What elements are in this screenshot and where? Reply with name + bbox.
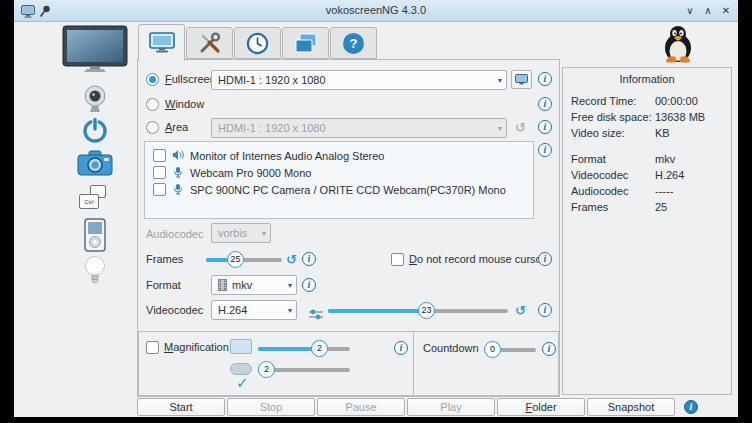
sidebar-webcam-icon [82, 85, 108, 117]
start-button[interactable]: Start [137, 398, 225, 416]
titlebar[interactable]: vokoscreenNG 4.3.0 ∨ ∧ ✕ [14, 0, 738, 22]
frames-info-label: Frames [571, 201, 608, 213]
audio-device-row[interactable]: Webcam Pro 9000 Mono [153, 164, 533, 181]
close-button[interactable]: ✕ [718, 2, 734, 19]
videocodec-label: Videocodec [146, 304, 203, 316]
record-time-value: 00:00:00 [655, 95, 698, 107]
microphone-icon [172, 183, 184, 197]
audio-info-icon[interactable]: i [538, 143, 552, 157]
screen: vokoscreenNG 4.3.0 ∨ ∧ ✕ [0, 0, 752, 423]
chevron-down-icon: ▾ [262, 229, 266, 238]
frames-reset-icon[interactable]: ↺ [286, 253, 297, 266]
countdown-info-icon[interactable]: i [542, 342, 556, 356]
sidebar-screen-icon [62, 25, 128, 77]
audiocodec-info-value: ----- [655, 185, 673, 197]
quality-adjust-icon [308, 306, 324, 324]
sidebar-power-icon [82, 117, 108, 147]
footer-info-icon[interactable]: i [684, 400, 698, 414]
slider-fill [258, 347, 319, 351]
play-button: Play [407, 398, 495, 416]
film-icon [218, 279, 227, 291]
countdown-handle[interactable]: 0 [484, 341, 501, 358]
window-label: Window [165, 98, 204, 110]
magnification-info-icon[interactable]: i [394, 341, 408, 355]
frames-info-value: 25 [655, 201, 667, 213]
area-radio[interactable] [146, 121, 159, 134]
screen-tab-panel: Fullscreen HDMI-1 : 1920 x 1080 ▾ i Wind… [137, 59, 560, 397]
slider-fill [328, 309, 426, 313]
frames-slider[interactable]: 25 [206, 251, 282, 268]
mouse-cursor-label: Do not record mouse cursor [409, 253, 545, 265]
magnification-size-handle[interactable]: 2 [258, 361, 275, 378]
record-time-label: Record Time: [571, 95, 636, 107]
mouse-cursor-checkbox[interactable] [391, 253, 404, 266]
videocodec-reset-icon[interactable]: ↺ [515, 304, 526, 317]
speaker-icon [172, 149, 184, 163]
audio-checkbox[interactable] [153, 149, 166, 162]
stop-button: Stop [227, 398, 315, 416]
tab-tools[interactable] [186, 27, 233, 59]
chevron-down-icon: ▾ [288, 281, 292, 290]
audio-checkbox[interactable] [153, 166, 166, 179]
videocodec-slider-handle[interactable]: 23 [418, 302, 435, 319]
magnification-label: Magnification [164, 341, 229, 353]
audio-device-label: Monitor of Internes Audio Analog Stereo [190, 150, 384, 162]
pause-button: Pause [317, 398, 405, 416]
snapshot-button[interactable]: Snapshot [587, 398, 675, 416]
audiocodec-info-label: Audiocodec [571, 185, 629, 197]
area-info-icon[interactable]: i [538, 120, 552, 134]
tab-timer[interactable] [234, 27, 281, 59]
identify-screen-button[interactable] [511, 70, 532, 89]
magnification-check-icon[interactable]: ✓ [236, 374, 249, 392]
magnification-zoom-handle[interactable]: 2 [311, 340, 328, 357]
window-info-icon[interactable]: i [538, 97, 552, 111]
magnification-checkbox[interactable] [146, 341, 159, 354]
maximize-button[interactable]: ∧ [700, 2, 716, 19]
magnification-size-slider[interactable]: 2 [258, 361, 350, 378]
frames-label: Frames [146, 253, 183, 265]
tab-screen[interactable] [138, 24, 185, 61]
video-size-label: Video size: [571, 127, 625, 139]
area-label: Area [165, 121, 188, 133]
countdown-label: Countdown [423, 342, 479, 354]
videocodec-slider[interactable]: 23 [328, 302, 508, 319]
sidebar-lightbulb-icon [83, 255, 107, 291]
magnification-preview [230, 339, 252, 354]
format-info-value: mkv [655, 153, 675, 165]
screen-select[interactable]: HDMI-1 : 1920 x 1080 ▾ [211, 70, 507, 90]
tux-logo [660, 25, 696, 67]
sidebar-camera-icon [77, 149, 113, 181]
fullscreen-radio[interactable] [146, 73, 159, 86]
videocodec-info-icon[interactable]: i [538, 303, 552, 317]
sidebar-player-icon [84, 218, 106, 256]
fullscreen-label: Fullscreen [165, 73, 216, 85]
frames-slider-handle[interactable]: 25 [227, 251, 244, 268]
frames-info-icon[interactable]: i [302, 252, 316, 266]
folder-button[interactable]: Folder [497, 398, 585, 416]
tab-help[interactable]: ? [330, 27, 377, 59]
videocodec-info-value: H.264 [655, 169, 684, 181]
audio-device-row[interactable]: SPC 900NC PC Camera / ORITE CCD Webcam(P… [153, 181, 533, 198]
videocodec-select[interactable]: H.264 ▾ [211, 300, 297, 320]
audiocodec-select: vorbis ▾ [211, 223, 271, 243]
tab-windows[interactable] [282, 27, 329, 59]
vokoscreen-window: vokoscreenNG 4.3.0 ∨ ∧ ✕ [14, 0, 738, 417]
window-radio[interactable] [146, 98, 159, 111]
mouse-cursor-info-icon[interactable]: i [538, 252, 552, 266]
help-icon: ? [343, 33, 364, 54]
audio-checkbox[interactable] [153, 183, 166, 196]
audio-device-label: Webcam Pro 9000 Mono [190, 167, 311, 179]
format-info-label: Format [571, 153, 606, 165]
audiocodec-label: Audiocodec [146, 228, 204, 240]
format-select[interactable]: mkv ▾ [211, 275, 297, 295]
format-info-icon[interactable]: i [302, 278, 316, 292]
microphone-icon [172, 166, 184, 180]
format-label: Format [146, 279, 181, 291]
free-disk-label: Free disk space: [571, 111, 652, 123]
fullscreen-info-icon[interactable]: i [538, 72, 552, 86]
free-disk-value: 13638 MB [655, 111, 705, 123]
minimize-button[interactable]: ∨ [682, 2, 698, 19]
audio-device-row[interactable]: Monitor of Internes Audio Analog Stereo [153, 147, 533, 164]
countdown-slider[interactable]: 0 [486, 341, 536, 358]
magnification-zoom-slider[interactable]: 2 [258, 340, 350, 357]
